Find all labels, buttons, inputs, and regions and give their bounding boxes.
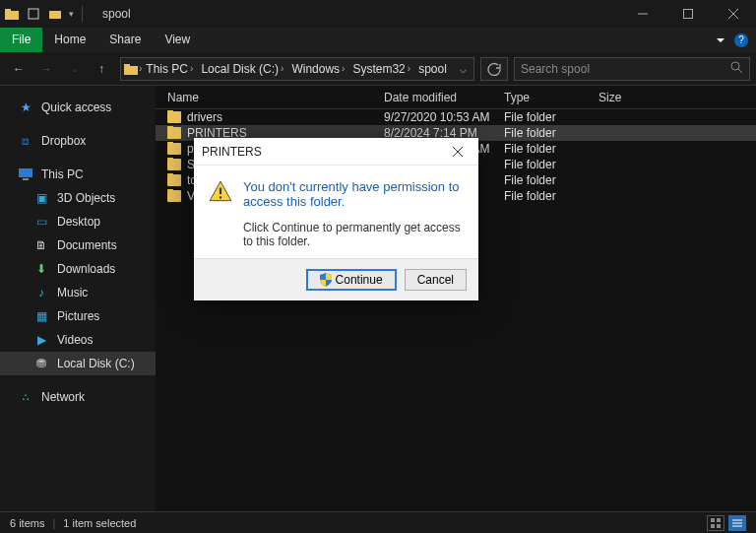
svg-rect-24 <box>220 196 221 198</box>
folder-path-icon <box>123 61 139 77</box>
svg-rect-13 <box>23 178 29 180</box>
sidebar-videos[interactable]: ▶Videos <box>0 328 156 352</box>
recent-dropdown[interactable]: ⌵ <box>61 56 87 82</box>
address-bar[interactable]: › This PC› Local Disk (C:)› Windows› Sys… <box>120 57 474 81</box>
crumb-system32[interactable]: System32› <box>348 62 414 76</box>
svg-rect-16 <box>711 524 715 528</box>
music-icon: ♪ <box>33 285 49 300</box>
col-name[interactable]: Name <box>156 91 372 104</box>
file-tab[interactable]: File <box>0 28 42 52</box>
crumb-spool[interactable]: spool <box>414 62 451 76</box>
sidebar-network[interactable]: ⛬ Network <box>0 385 156 409</box>
warning-icon <box>208 179 233 205</box>
pc-icon <box>18 167 33 182</box>
sidebar-dropbox[interactable]: ⧈ Dropbox <box>0 129 156 153</box>
maximize-button[interactable] <box>665 0 711 28</box>
quick-action-icon-2[interactable] <box>47 6 63 22</box>
dialog-titlebar: PRINTERS <box>194 138 478 166</box>
sidebar-item-label: Desktop <box>57 215 100 229</box>
search-input[interactable] <box>521 62 730 76</box>
ribbon-expand-icon[interactable] <box>717 38 724 42</box>
up-button[interactable]: ↑ <box>89 56 114 82</box>
svg-rect-12 <box>19 168 32 177</box>
svg-rect-17 <box>717 524 721 528</box>
folder-icon <box>167 127 181 139</box>
minimize-button[interactable] <box>620 0 665 28</box>
continue-button[interactable]: Continue <box>306 269 397 291</box>
crumb-windows[interactable]: Windows› <box>287 62 348 76</box>
qat-dropdown-icon[interactable]: ▾ <box>69 9 74 19</box>
button-label: Continue <box>336 273 383 287</box>
uac-shield-icon <box>320 273 332 287</box>
col-date[interactable]: Date modified <box>372 91 492 104</box>
search-icon[interactable] <box>730 61 743 77</box>
sidebar-3d-objects[interactable]: ▣3D Objects <box>0 186 156 210</box>
sidebar-documents[interactable]: 🗎Documents <box>0 233 156 257</box>
back-button[interactable]: ← <box>6 56 32 82</box>
status-item-count: 6 items <box>10 517 44 529</box>
view-tab[interactable]: View <box>153 28 202 52</box>
file-type: File folder <box>492 158 587 171</box>
folder-icon <box>167 174 181 186</box>
sidebar-item-label: This PC <box>41 167 84 181</box>
ribbon: File Home Share View ? <box>0 28 756 52</box>
sidebar-item-label: Quick access <box>41 100 111 114</box>
col-size[interactable]: Size <box>587 91 756 104</box>
view-details-button[interactable] <box>728 515 746 531</box>
folder-icon <box>167 190 181 202</box>
share-tab[interactable]: Share <box>97 28 153 52</box>
sidebar-quick-access[interactable]: ★ Quick access <box>0 96 156 119</box>
sidebar-item-label: Network <box>41 390 85 404</box>
close-button[interactable] <box>711 0 756 28</box>
file-type: File folder <box>492 142 587 156</box>
svg-rect-9 <box>124 64 130 67</box>
help-icon[interactable]: ? <box>734 33 748 47</box>
button-label: Cancel <box>417 273 454 287</box>
picture-icon: ▦ <box>33 308 49 324</box>
status-selected: 1 item selected <box>63 517 136 529</box>
sidebar-item-label: Dropbox <box>41 134 86 148</box>
cancel-button[interactable]: Cancel <box>405 269 467 291</box>
dialog-title: PRINTERS <box>202 145 262 159</box>
sidebar-item-label: Music <box>57 286 88 300</box>
file-name: drivers <box>187 110 222 124</box>
status-bar: 6 items | 1 item selected <box>0 511 756 533</box>
sidebar-item-label: Local Disk (C:) <box>57 357 135 370</box>
file-type: File folder <box>492 189 587 203</box>
forward-button[interactable]: → <box>33 56 59 82</box>
sidebar-local-disk[interactable]: ⛃Local Disk (C:) <box>0 352 156 375</box>
sidebar-this-pc[interactable]: This PC <box>0 163 156 186</box>
table-row[interactable]: drivers 9/27/2020 10:53 AM File folder <box>156 109 756 125</box>
crumb-this-pc[interactable]: This PC› <box>142 62 197 76</box>
title-bar: ▾ spool <box>0 0 756 28</box>
file-date: 9/27/2020 10:53 AM <box>372 110 492 124</box>
drive-icon: ⛃ <box>33 356 49 371</box>
sidebar-music[interactable]: ♪Music <box>0 281 156 304</box>
svg-rect-0 <box>5 11 19 20</box>
svg-line-11 <box>738 69 742 73</box>
sidebar-item-label: 3D Objects <box>57 191 115 205</box>
file-type: File folder <box>492 110 587 124</box>
home-tab[interactable]: Home <box>42 28 97 52</box>
refresh-button[interactable] <box>480 57 508 81</box>
view-thumbnails-button[interactable] <box>707 515 724 531</box>
quick-action-icon[interactable] <box>26 6 41 22</box>
dropbox-icon: ⧈ <box>18 133 33 149</box>
sidebar-downloads[interactable]: ⬇Downloads <box>0 257 156 281</box>
sidebar-item-label: Downloads <box>57 262 115 276</box>
svg-rect-1 <box>5 9 11 12</box>
separator <box>82 6 83 22</box>
dialog-heading: You don't currently have permission to a… <box>243 179 463 209</box>
col-type[interactable]: Type <box>492 91 587 104</box>
address-dropdown-icon[interactable]: ⌵ <box>454 62 472 76</box>
sidebar-desktop[interactable]: ▭Desktop <box>0 210 156 233</box>
sidebar-item-label: Videos <box>57 333 93 347</box>
sidebar-pictures[interactable]: ▦Pictures <box>0 304 156 328</box>
svg-rect-15 <box>717 518 721 522</box>
crumb-local-disk[interactable]: Local Disk (C:)› <box>197 62 287 76</box>
dialog-close-button[interactable] <box>445 142 471 162</box>
network-icon: ⛬ <box>18 389 33 405</box>
search-box[interactable] <box>514 57 750 81</box>
nav-pane: ★ Quick access ⧈ Dropbox This PC ▣3D Obj… <box>0 86 156 511</box>
cube-icon: ▣ <box>33 190 49 206</box>
